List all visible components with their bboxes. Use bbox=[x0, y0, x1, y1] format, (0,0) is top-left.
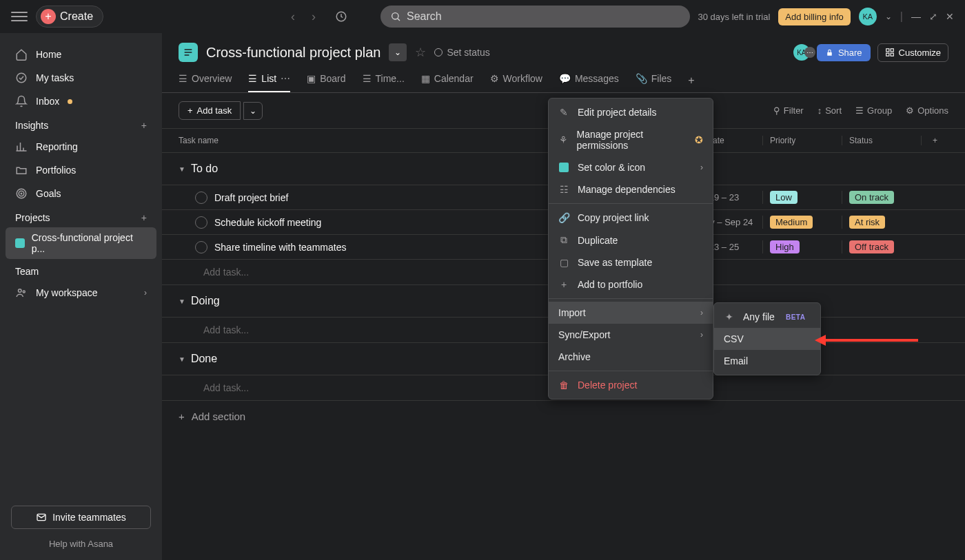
task-check-icon[interactable] bbox=[195, 241, 207, 253]
pencil-icon: ✎ bbox=[558, 107, 569, 118]
dd-permissions[interactable]: ⚘Manage project permissions✪ bbox=[549, 123, 713, 156]
trial-text: 30 days left in trial bbox=[698, 12, 771, 22]
dd-delete[interactable]: 🗑Delete project bbox=[549, 374, 713, 396]
sidebar-my-tasks[interactable]: My tasks bbox=[0, 66, 162, 90]
column-task-name[interactable]: Task name bbox=[179, 136, 604, 145]
submenu-any-file[interactable]: ✦ Any file BETA bbox=[714, 306, 820, 328]
dd-dependencies[interactable]: ☷Manage dependencies bbox=[549, 178, 713, 200]
cell-priority[interactable]: High bbox=[762, 240, 842, 253]
projects-plus-icon[interactable]: + bbox=[141, 212, 147, 223]
add-task-button[interactable]: + Add task bbox=[179, 101, 241, 120]
restore-icon[interactable]: ⤢ bbox=[929, 11, 937, 22]
sidebar-section-team[interactable]: Team bbox=[0, 259, 162, 281]
insights-plus-icon[interactable]: + bbox=[141, 120, 147, 131]
chart-icon bbox=[15, 141, 28, 153]
color-swatch-icon bbox=[559, 163, 569, 172]
beta-badge: BETA bbox=[786, 313, 805, 321]
avatar-chevron-icon[interactable]: ⌄ bbox=[885, 12, 892, 21]
caret-down-icon: ▼ bbox=[179, 165, 185, 173]
sidebar-reporting[interactable]: Reporting bbox=[0, 135, 162, 158]
dd-import[interactable]: Import› bbox=[549, 302, 713, 324]
tab-messages[interactable]: 💬Messages bbox=[559, 69, 619, 92]
dd-add-portfolio[interactable]: +Add to portfolio bbox=[549, 273, 713, 295]
svg-rect-9 bbox=[827, 52, 832, 55]
dd-set-color[interactable]: Set color & icon› bbox=[549, 156, 713, 178]
options-button[interactable]: ⚙Options bbox=[906, 105, 948, 116]
sidebar-home[interactable]: Home bbox=[0, 43, 162, 66]
award-icon: ✪ bbox=[695, 134, 703, 145]
sidebar-section-projects[interactable]: Projects + bbox=[0, 205, 162, 227]
add-tab-icon[interactable]: + bbox=[688, 74, 694, 87]
nav-forward-icon[interactable]: › bbox=[312, 10, 316, 24]
svg-point-6 bbox=[19, 289, 22, 293]
cell-status[interactable]: At risk bbox=[842, 216, 921, 229]
svg-point-2 bbox=[17, 73, 26, 83]
user-avatar[interactable]: KA bbox=[859, 8, 877, 25]
sidebar-inbox[interactable]: Inbox bbox=[0, 90, 162, 113]
star-icon[interactable]: ☆ bbox=[415, 45, 426, 60]
bell-icon bbox=[15, 95, 28, 107]
sidebar-project-item[interactable]: Cross-functional project p... bbox=[6, 227, 156, 259]
sidebar-workspace[interactable]: My workspace › bbox=[0, 281, 162, 304]
tab-files[interactable]: 📎Files bbox=[636, 69, 672, 92]
messages-icon: 💬 bbox=[559, 73, 571, 84]
sidebar-goals[interactable]: Goals bbox=[0, 182, 162, 205]
close-icon[interactable]: ✕ bbox=[946, 11, 954, 22]
tab-calendar[interactable]: ▦Calendar bbox=[421, 69, 474, 92]
tab-list[interactable]: ☰List⋯ bbox=[248, 69, 290, 92]
project-color-swatch bbox=[15, 238, 25, 248]
group-button[interactable]: ☰Group bbox=[855, 105, 892, 116]
svg-rect-11 bbox=[891, 49, 893, 52]
project-dropdown-toggle[interactable]: ⌄ bbox=[389, 43, 407, 61]
submenu-csv[interactable]: CSV bbox=[714, 328, 820, 350]
workflow-icon: ⚙ bbox=[490, 73, 499, 84]
sidebar-portfolios[interactable]: Portfolios bbox=[0, 158, 162, 182]
create-button[interactable]: + Create bbox=[36, 6, 103, 28]
filter-button[interactable]: ⚲Filter bbox=[773, 105, 804, 116]
tab-more-icon[interactable]: ⋯ bbox=[281, 73, 290, 84]
submenu-email[interactable]: Email bbox=[714, 350, 820, 372]
tab-overview[interactable]: ☰Overview bbox=[179, 69, 232, 92]
add-billing-button[interactable]: Add billing info bbox=[778, 8, 851, 25]
cell-status[interactable]: On track bbox=[842, 191, 921, 204]
share-button[interactable]: Share bbox=[817, 44, 871, 61]
sort-button[interactable]: ↕Sort bbox=[817, 105, 842, 116]
target-icon bbox=[15, 187, 28, 200]
dd-archive[interactable]: Archive bbox=[549, 346, 713, 368]
avatar-more-icon: ⋯ bbox=[804, 47, 815, 58]
column-priority[interactable]: Priority bbox=[762, 136, 842, 145]
minimize-icon[interactable]: — bbox=[911, 11, 921, 22]
column-status[interactable]: Status bbox=[842, 136, 921, 145]
help-link[interactable]: Help with Asana bbox=[11, 539, 151, 549]
set-status-button[interactable]: Set status bbox=[434, 47, 489, 58]
invite-teammates-button[interactable]: Invite teammates bbox=[11, 506, 151, 529]
task-check-icon[interactable] bbox=[195, 191, 207, 204]
add-task-dropdown[interactable]: ⌄ bbox=[243, 102, 263, 120]
customize-button[interactable]: Customize bbox=[877, 43, 948, 62]
project-title: Cross-functional project plan bbox=[206, 45, 380, 61]
sidebar-section-insights[interactable]: Insights + bbox=[0, 113, 162, 135]
cell-priority[interactable]: Low bbox=[762, 191, 842, 204]
add-section-button[interactable]: + Add section bbox=[162, 401, 965, 432]
lock-icon bbox=[825, 48, 834, 57]
cell-status[interactable]: Off track bbox=[842, 240, 921, 253]
add-column-button[interactable]: + bbox=[921, 136, 948, 145]
task-check-icon[interactable] bbox=[195, 216, 207, 229]
cell-priority[interactable]: Medium bbox=[762, 216, 842, 229]
tab-board[interactable]: ▣Board bbox=[307, 69, 345, 92]
nav-back-icon[interactable]: ‹ bbox=[291, 10, 295, 24]
dd-sync-export[interactable]: Sync/Export› bbox=[549, 324, 713, 346]
dd-copy-link[interactable]: 🔗Copy project link bbox=[549, 207, 713, 229]
history-icon[interactable] bbox=[335, 10, 347, 23]
project-dropdown-menu: ✎Edit project details ⚘Manage project pe… bbox=[548, 98, 713, 400]
caret-down-icon: ▼ bbox=[179, 355, 185, 363]
dd-save-template[interactable]: ▢Save as template bbox=[549, 251, 713, 273]
hamburger-menu[interactable] bbox=[11, 8, 28, 25]
search-input[interactable]: Search bbox=[380, 6, 689, 28]
member-avatar[interactable]: KA ⋯ bbox=[793, 44, 810, 61]
dd-edit-details[interactable]: ✎Edit project details bbox=[549, 101, 713, 123]
calendar-icon: ▦ bbox=[421, 73, 430, 84]
tab-workflow[interactable]: ⚙Workflow bbox=[490, 69, 542, 92]
dd-duplicate[interactable]: ⧉Duplicate bbox=[549, 229, 713, 251]
tab-timeline[interactable]: ☰Time... bbox=[363, 69, 405, 92]
